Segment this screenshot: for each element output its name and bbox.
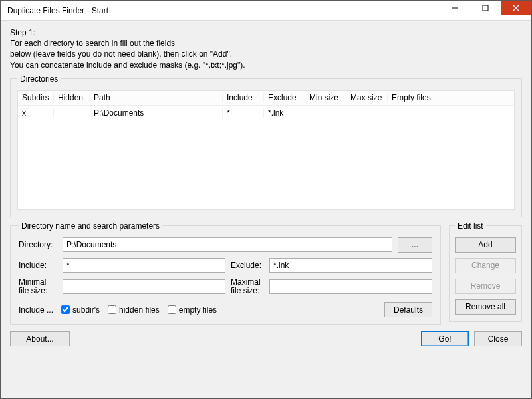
minsize-input[interactable]	[63, 279, 225, 294]
col-exclude[interactable]: Exclude	[264, 93, 305, 102]
cell-include: *	[223, 108, 264, 118]
maximize-button[interactable]	[470, 1, 501, 15]
include-input[interactable]	[63, 258, 225, 273]
empty-checkbox-label[interactable]: empty files	[168, 305, 217, 315]
go-button[interactable]: Go!	[421, 331, 469, 346]
browse-button[interactable]: ...	[398, 237, 432, 253]
step-line1: For each directory to search in fill out…	[10, 38, 522, 49]
label-include: Include:	[19, 261, 57, 270]
bottom-bar: About... Go! Close	[10, 331, 522, 346]
col-empty[interactable]: Empty files	[388, 93, 442, 102]
app-window: Duplicate Files Finder - Start Step 1: F…	[0, 0, 532, 399]
editlist-legend: Edit list	[455, 221, 486, 231]
removeall-button[interactable]: Remove all	[455, 299, 516, 315]
cell-subdirs: x	[18, 108, 54, 118]
params-group: Directory name and search parameters Dir…	[10, 221, 441, 325]
label-include-opts: Include ...	[19, 305, 53, 315]
col-include[interactable]: Include	[223, 93, 264, 102]
add-button[interactable]: Add	[455, 237, 516, 253]
window-title: Duplicate Files Finder - Start	[1, 6, 440, 15]
directory-input[interactable]	[63, 237, 392, 252]
label-exclude: Exclude:	[231, 261, 264, 270]
col-maxsize[interactable]: Max size	[346, 93, 388, 102]
col-minsize[interactable]: Min size	[305, 93, 346, 102]
table-header: Subdirs Hidden Path Include Exclude Min …	[18, 91, 514, 106]
title-bar: Duplicate Files Finder - Start	[1, 1, 531, 21]
svg-rect-1	[483, 5, 488, 11]
subdirs-checkbox-label[interactable]: subdir's	[61, 305, 100, 315]
hidden-checkbox-label[interactable]: hidden files	[108, 305, 160, 315]
maxsize-input[interactable]	[269, 279, 432, 294]
empty-text: empty files	[179, 305, 217, 315]
hidden-checkbox[interactable]	[108, 305, 116, 314]
maximize-icon	[482, 5, 489, 11]
cell-path: P:\Documents	[90, 108, 223, 118]
close-button[interactable]: Close	[474, 331, 522, 346]
params-legend: Directory name and search parameters	[19, 221, 162, 231]
label-max: Maximal file size:	[231, 278, 264, 295]
editlist-group: Edit list Add Change Remove Remove all	[449, 221, 522, 322]
close-window-button[interactable]	[501, 1, 531, 15]
minimize-button[interactable]	[440, 1, 470, 15]
subdirs-text: subdir's	[72, 305, 100, 315]
col-path[interactable]: Path	[90, 93, 223, 102]
about-button[interactable]: About...	[10, 331, 70, 346]
step-heading: Step 1:	[10, 27, 522, 38]
exclude-input[interactable]	[269, 258, 432, 273]
close-icon	[513, 5, 519, 11]
step-line2: below (leave fields you do not need blan…	[10, 49, 522, 59]
defaults-button[interactable]: Defaults	[384, 302, 432, 317]
directories-legend: Directories	[17, 74, 61, 84]
cell-exclude: *.lnk	[264, 108, 305, 118]
col-hidden[interactable]: Hidden	[54, 93, 90, 102]
client-area: Step 1: For each directory to search in …	[1, 21, 531, 398]
step-line3: You can concatenate include and exclude …	[10, 60, 522, 70]
table-row[interactable]: x P:\Documents * *.lnk	[18, 106, 514, 120]
col-subdirs[interactable]: Subdirs	[18, 93, 54, 102]
minimize-icon	[452, 5, 458, 11]
label-directory: Directory:	[19, 240, 57, 249]
subdirs-checkbox[interactable]	[61, 305, 70, 314]
label-min: Minimal file size:	[19, 278, 57, 295]
step-text: Step 1: For each directory to search in …	[10, 27, 522, 70]
change-button[interactable]: Change	[455, 258, 516, 273]
hidden-text: hidden files	[119, 305, 160, 315]
directories-table[interactable]: Subdirs Hidden Path Include Exclude Min …	[17, 90, 515, 210]
remove-button[interactable]: Remove	[455, 279, 516, 294]
directories-group: Directories Subdirs Hidden Path Include …	[10, 74, 522, 217]
empty-checkbox[interactable]	[168, 305, 176, 314]
